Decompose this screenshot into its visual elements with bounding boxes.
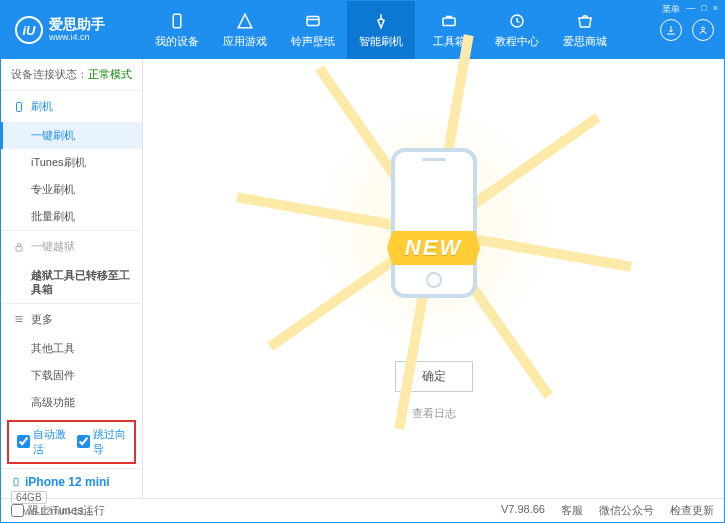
auto-activate-checkbox[interactable]: 自动激活 xyxy=(17,427,67,457)
lock-icon xyxy=(13,241,25,253)
menu-lines-icon xyxy=(13,313,25,325)
block-itunes-checkbox[interactable] xyxy=(11,504,24,517)
svg-rect-7 xyxy=(14,478,18,486)
nav-icon xyxy=(372,12,390,30)
success-illustration: NEW xyxy=(354,137,514,317)
close-icon[interactable]: × xyxy=(713,3,718,16)
maximize-icon[interactable]: □ xyxy=(701,3,706,16)
nav-icon xyxy=(440,12,458,30)
nav-item-3[interactable]: 智能刷机 xyxy=(347,1,415,59)
block-itunes-label: 阻止iTunes运行 xyxy=(28,503,105,518)
sidebar-item-more-1[interactable]: 下载固件 xyxy=(1,362,142,389)
nav-item-1[interactable]: 应用游戏 xyxy=(211,1,279,59)
logo-icon: iU xyxy=(15,16,43,44)
svg-point-4 xyxy=(702,27,705,30)
header: 菜单 — □ × iU 爱思助手 www.i4.cn 我的设备应用游戏铃声壁纸智… xyxy=(1,1,724,59)
nav-item-0[interactable]: 我的设备 xyxy=(143,1,211,59)
view-log-link[interactable]: 查看日志 xyxy=(412,406,456,421)
sidebar-item-more-2[interactable]: 高级功能 xyxy=(1,389,142,416)
nav-item-5[interactable]: 教程中心 xyxy=(483,1,551,59)
svg-rect-6 xyxy=(16,246,22,251)
wechat-link[interactable]: 微信公众号 xyxy=(599,503,654,518)
svg-rect-2 xyxy=(443,18,455,26)
sidebar: 设备连接状态：正常模式 刷机 一键刷机iTunes刷机专业刷机批量刷机 一键越狱… xyxy=(1,59,143,498)
nav-icon xyxy=(508,12,526,30)
svg-rect-5 xyxy=(17,102,22,111)
nav-icon xyxy=(304,12,322,30)
jailbreak-note: 越狱工具已转移至工具箱 xyxy=(1,262,142,303)
menu-icon[interactable]: 菜单 xyxy=(662,3,680,16)
nav-item-6[interactable]: 爱思商城 xyxy=(551,1,619,59)
connection-status: 设备连接状态：正常模式 xyxy=(1,59,142,91)
nav-item-4[interactable]: 工具箱 xyxy=(415,1,483,59)
user-button[interactable] xyxy=(692,19,714,41)
nav-item-2[interactable]: 铃声壁纸 xyxy=(279,1,347,59)
download-button[interactable] xyxy=(660,19,682,41)
storage-badge: 64GB xyxy=(11,491,47,504)
app-title: 爱思助手 xyxy=(49,17,105,32)
sidebar-item-flash-3[interactable]: 批量刷机 xyxy=(1,203,142,230)
sidebar-head-more[interactable]: 更多 xyxy=(1,304,142,335)
options-highlight: 自动激活 跳过向导 xyxy=(7,420,136,464)
content: NEW 恭喜您，保资料刷机成功啦！ 确定 查看日志 xyxy=(143,59,724,498)
svg-rect-1 xyxy=(307,16,319,25)
version-label: V7.98.66 xyxy=(501,503,545,518)
minimize-icon[interactable]: — xyxy=(686,3,695,16)
update-link[interactable]: 检查更新 xyxy=(670,503,714,518)
sidebar-head-jailbreak[interactable]: 一键越狱 xyxy=(1,231,142,262)
svg-rect-0 xyxy=(173,14,181,28)
new-ribbon: NEW xyxy=(387,231,480,265)
sidebar-item-flash-2[interactable]: 专业刷机 xyxy=(1,176,142,203)
sidebar-head-flash[interactable]: 刷机 xyxy=(1,91,142,122)
nav-icon xyxy=(236,12,254,30)
skip-guide-checkbox[interactable]: 跳过向导 xyxy=(77,427,127,457)
nav-icon xyxy=(576,12,594,30)
sidebar-item-flash-0[interactable]: 一键刷机 xyxy=(1,122,142,149)
device-icon xyxy=(11,475,21,489)
sidebar-item-more-0[interactable]: 其他工具 xyxy=(1,335,142,362)
app-url: www.i4.cn xyxy=(49,33,105,43)
sidebar-item-flash-1[interactable]: iTunes刷机 xyxy=(1,149,142,176)
support-link[interactable]: 客服 xyxy=(561,503,583,518)
logo: iU 爱思助手 www.i4.cn xyxy=(1,16,143,44)
nav-icon xyxy=(168,12,186,30)
nav: 我的设备应用游戏铃声壁纸智能刷机工具箱教程中心爱思商城 xyxy=(143,1,660,59)
window-controls: 菜单 — □ × xyxy=(662,3,718,16)
phone-icon xyxy=(13,101,25,113)
